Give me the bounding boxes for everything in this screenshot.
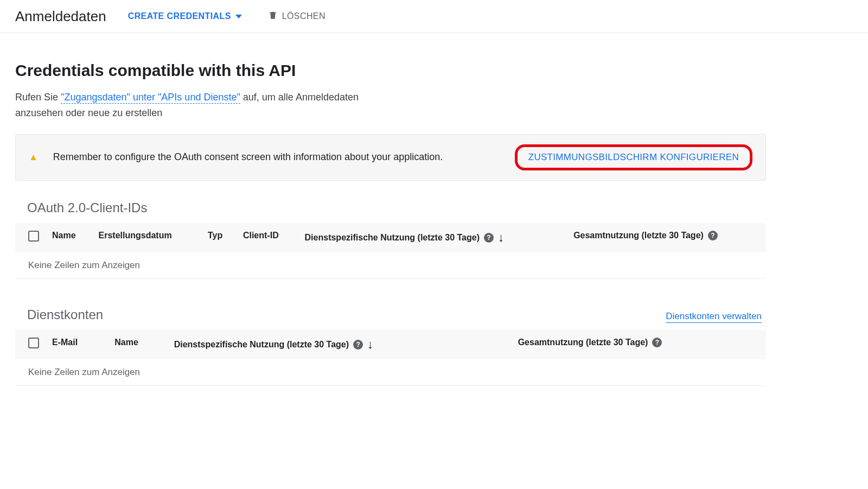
col-service-usage-label: Dienstspezifische Nutzung (letzte 30 Tag… bbox=[174, 340, 349, 350]
col-created[interactable]: Erstellungsdatum bbox=[92, 223, 201, 252]
create-credentials-button[interactable]: CREATE CREDENTIALS bbox=[124, 8, 246, 24]
intro-desc-prefix: Rufen Sie bbox=[15, 92, 61, 103]
help-icon[interactable]: ? bbox=[484, 233, 494, 243]
delete-button[interactable]: LÖSCHEN bbox=[264, 7, 330, 26]
select-all-checkbox[interactable] bbox=[28, 231, 39, 242]
table-empty-row: Keine Zeilen zum Anzeigen bbox=[15, 252, 766, 279]
page-title: Anmeldedaten bbox=[15, 8, 106, 25]
col-total-usage-label: Gesamtnutzung (letzte 30 Tage) bbox=[573, 231, 704, 240]
empty-message: Keine Zeilen zum Anzeigen bbox=[15, 252, 766, 279]
service-accounts-title: Dienstkonten bbox=[27, 307, 103, 322]
consent-banner-text: Remember to configure the OAuth consent … bbox=[53, 151, 500, 163]
empty-message: Keine Zeilen zum Anzeigen bbox=[15, 359, 766, 386]
col-name[interactable]: Name bbox=[108, 330, 167, 359]
chevron-down-icon bbox=[235, 15, 242, 18]
credentials-link[interactable]: "Zugangsdaten" unter "APIs und Dienste" bbox=[61, 92, 240, 104]
delete-label: LÖSCHEN bbox=[282, 11, 326, 21]
help-icon[interactable]: ? bbox=[708, 231, 718, 240]
intro-heading: Credentials compatible with this API bbox=[15, 61, 766, 80]
help-icon[interactable]: ? bbox=[652, 338, 662, 347]
consent-banner: ▲ Remember to configure the OAuth consen… bbox=[15, 134, 766, 181]
topbar: Anmeldedaten CREATE CREDENTIALS LÖSCHEN bbox=[0, 0, 868, 33]
col-client-id[interactable]: Client-ID bbox=[237, 223, 298, 252]
select-all-checkbox[interactable] bbox=[28, 338, 39, 348]
annotation-highlight: ZUSTIMMUNGSBILDSCHIRM KONFIGURIEREN bbox=[515, 144, 752, 170]
service-accounts-table: E-Mail Name Dienstspezifische Nutzung (l… bbox=[15, 330, 766, 386]
create-credentials-label: CREATE CREDENTIALS bbox=[128, 11, 231, 21]
table-header-row: E-Mail Name Dienstspezifische Nutzung (l… bbox=[15, 330, 766, 359]
oauth-table: Name Erstellungsdatum Typ Client-ID Dien… bbox=[15, 223, 766, 279]
help-icon[interactable]: ? bbox=[353, 340, 363, 350]
trash-icon bbox=[268, 10, 278, 23]
col-service-usage[interactable]: Dienstspezifische Nutzung (letzte 30 Tag… bbox=[298, 223, 567, 252]
oauth-section: OAuth 2.0-Client-IDs Name Erstellungsdat… bbox=[15, 200, 766, 279]
content: Credentials compatible with this API Ruf… bbox=[0, 33, 781, 418]
sort-down-icon[interactable]: ↓ bbox=[498, 231, 504, 245]
oauth-title: OAuth 2.0-Client-IDs bbox=[27, 200, 766, 215]
warning-icon: ▲ bbox=[29, 152, 38, 163]
table-empty-row: Keine Zeilen zum Anzeigen bbox=[15, 359, 766, 386]
col-name[interactable]: Name bbox=[46, 223, 92, 252]
col-email[interactable]: E-Mail bbox=[46, 330, 108, 359]
col-type[interactable]: Typ bbox=[201, 223, 237, 252]
col-service-usage[interactable]: Dienstspezifische Nutzung (letzte 30 Tag… bbox=[168, 330, 512, 359]
col-service-usage-label: Dienstspezifische Nutzung (letzte 30 Tag… bbox=[305, 233, 480, 243]
manage-service-accounts-link[interactable]: Dienstkonten verwalten bbox=[666, 311, 762, 323]
configure-consent-button[interactable]: ZUSTIMMUNGSBILDSCHIRM KONFIGURIEREN bbox=[525, 151, 742, 163]
table-header-row: Name Erstellungsdatum Typ Client-ID Dien… bbox=[15, 223, 766, 252]
intro-description: Rufen Sie "Zugangsdaten" unter "APIs und… bbox=[15, 90, 384, 121]
col-total-usage-label: Gesamtnutzung (letzte 30 Tage) bbox=[518, 338, 648, 347]
service-accounts-section: Dienstkonten Dienstkonten verwalten E-Ma… bbox=[15, 296, 766, 386]
col-total-usage[interactable]: Gesamtnutzung (letzte 30 Tage) ? bbox=[567, 223, 766, 252]
col-total-usage[interactable]: Gesamtnutzung (letzte 30 Tage) ? bbox=[512, 330, 766, 359]
sort-down-icon[interactable]: ↓ bbox=[367, 338, 373, 352]
